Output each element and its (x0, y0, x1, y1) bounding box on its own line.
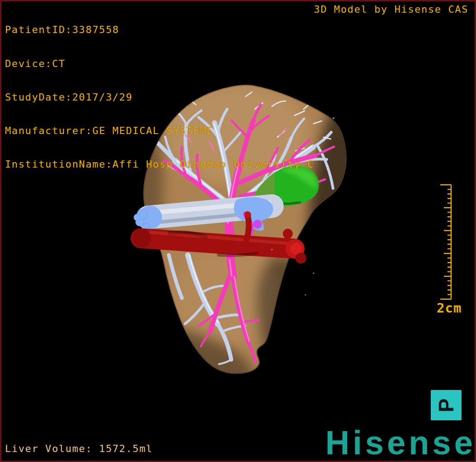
scale-ruler-path (440, 185, 451, 299)
overlay-line-institution: InstitutionName:Affi Hosp Qingdao Univer… (5, 159, 314, 170)
patient-info-overlay: PatientID:3387558 Device:CT StudyDate:20… (5, 2, 314, 192)
overlay-line-patient-id: PatientID:3387558 (5, 24, 314, 36)
overlay-line-study-date: StudyDate:2017/3/29 (5, 92, 314, 103)
liver-volume-label: Liver Volume: 1572.5ml (5, 443, 153, 454)
watermark: 3D Model by Hisense CAS (314, 4, 468, 15)
scale-label: 2cm (437, 300, 462, 316)
orientation-marker-letter: P (436, 398, 457, 412)
hisense-logo: Hisense (325, 426, 476, 460)
orientation-marker[interactable]: P (431, 390, 462, 420)
overlay-line-device: Device:CT (5, 58, 314, 70)
overlay-line-manufacturer: Manufacturer:GE MEDICAL SYSTEMS (5, 125, 314, 137)
viewer-window: PatientID:3387558 Device:CT StudyDate:20… (0, 0, 476, 462)
scale-ruler (438, 182, 458, 302)
